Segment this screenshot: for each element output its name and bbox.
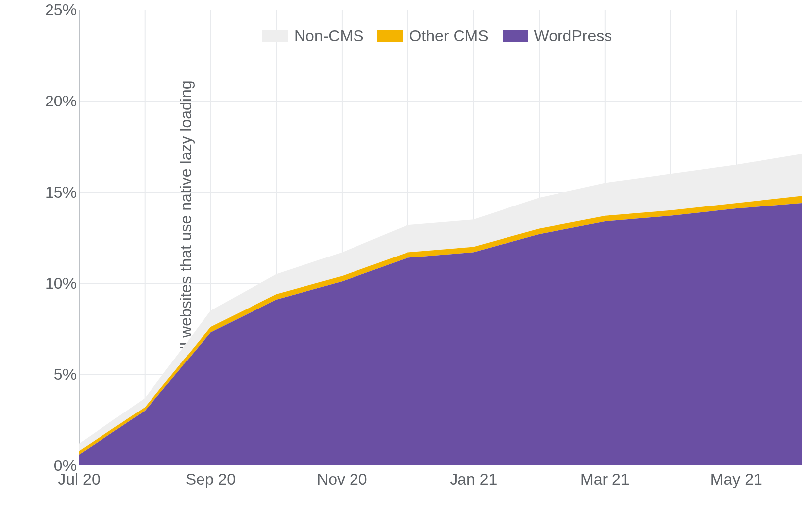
legend-swatch <box>503 30 528 42</box>
y-tick-label: 20% <box>35 92 77 110</box>
x-tick-label: Jan 21 <box>450 470 497 489</box>
y-tick-label: 25% <box>35 1 77 19</box>
legend-item-other-cms: Other CMS <box>377 27 488 45</box>
legend-item-non-cms: Non-CMS <box>262 27 363 45</box>
legend-item-wordpress: WordPress <box>503 27 612 45</box>
legend-label: WordPress <box>534 27 612 45</box>
legend: Non-CMSOther CMSWordPress <box>262 27 612 45</box>
plot-area: Non-CMSOther CMSWordPress <box>79 10 802 465</box>
legend-label: Non-CMS <box>294 27 363 45</box>
y-tick-label: 10% <box>35 274 77 293</box>
x-tick-label: Jul 20 <box>58 470 100 489</box>
x-tick-label: Sep 20 <box>186 470 236 489</box>
legend-swatch <box>262 30 288 42</box>
y-tick-label: 5% <box>35 365 77 384</box>
x-tick-label: Mar 21 <box>580 470 630 489</box>
x-tick-label: May 21 <box>710 470 762 489</box>
y-axis-ticks: 0%5%10%15%20%25% <box>35 10 77 465</box>
legend-swatch <box>377 30 403 42</box>
x-tick-label: Nov 20 <box>317 470 367 489</box>
y-tick-label: 15% <box>35 183 77 202</box>
stacked-areas <box>79 154 802 465</box>
legend-label: Other CMS <box>409 27 488 45</box>
area-chart: Percent of all websites that use native … <box>0 0 812 515</box>
x-axis-ticks: Jul 20Sep 20Nov 20Jan 21Mar 21May 21 <box>79 470 802 500</box>
